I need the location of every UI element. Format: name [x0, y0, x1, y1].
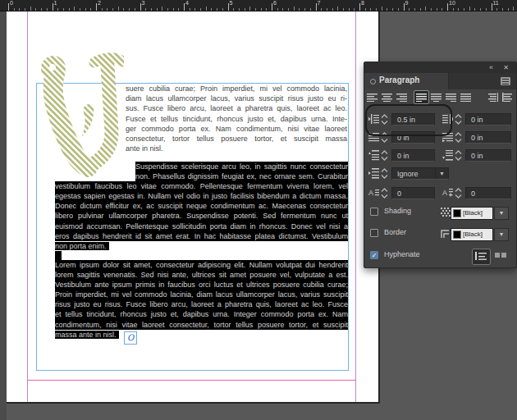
- panel-titlebar[interactable]: « ✕: [364, 62, 516, 73]
- spinner-arrows[interactable]: [455, 114, 462, 125]
- border-color-dropdown[interactable]: ▼: [494, 228, 509, 241]
- ruler-tick: [409, 8, 409, 11]
- ruler-tick: [145, 8, 146, 11]
- ruler-tick: [469, 7, 470, 11]
- tab-paragraph[interactable]: Paragraph: [364, 73, 449, 89]
- ruler-tick: [35, 8, 36, 11]
- horizontal-ruler[interactable]: 01234567891011: [0, 0, 517, 11]
- text-line: sus. Fusce libero arcu, laoreet a pharet…: [126, 103, 347, 113]
- shading-color-combo[interactable]: [Black]: [451, 207, 493, 220]
- paragraph-3[interactable]: Lorem ipsum dolor sit amet, consectetur …: [55, 260, 348, 340]
- chevron-down-icon[interactable]: ▼: [435, 168, 448, 179]
- ruler-tick: [288, 8, 289, 11]
- ruler-label: 7: [318, 0, 321, 7]
- ruler-tick: [30, 7, 31, 11]
- align-right-button[interactable]: [395, 91, 409, 103]
- justify-last-right-button[interactable]: [444, 91, 458, 103]
- justify-all-button[interactable]: [459, 91, 473, 103]
- ruler-tick: [513, 7, 514, 11]
- ruler-tick: [464, 8, 464, 11]
- svg-text:A: A: [368, 189, 373, 197]
- collapse-panel-icon[interactable]: «: [489, 62, 493, 73]
- ruler-tick: [123, 8, 124, 11]
- ruler-tick: [392, 8, 393, 11]
- left-margin-guide: [27, 11, 28, 402]
- border-icon: [440, 228, 451, 239]
- paragraph-1[interactable]: suere cubilia curae; Proin imperdiet, mi…: [126, 84, 347, 153]
- ruler-tick: [480, 8, 481, 11]
- justify-last-center-button[interactable]: [429, 91, 443, 103]
- dropcap-ornament-U[interactable]: [37, 49, 124, 177]
- ruler-tick: [140, 3, 141, 11]
- tab-dot-icon: [370, 79, 376, 84]
- panel-tabbar: Paragraph: [364, 73, 516, 89]
- shading-checkbox[interactable]: [370, 208, 378, 216]
- text-line: vestibulum faucibus leo vitae commodo. P…: [55, 181, 348, 191]
- panel-title: Paragraph: [379, 75, 419, 84]
- spinner-arrows[interactable]: [381, 150, 388, 161]
- paragraph-panel: « ✕ Paragraph 0.5 in0 in0 in0 in0 in0 in…: [364, 62, 517, 268]
- spinner-arrows[interactable]: [455, 132, 462, 143]
- ruler-label: 10: [449, 0, 455, 7]
- text-line: Suspendisse scelerisque arcu leo, in sag…: [135, 162, 348, 171]
- ruler-tick: [151, 8, 152, 11]
- spinner-arrows[interactable]: [455, 150, 462, 161]
- ruler-tick: [162, 7, 162, 11]
- text-line: Proin imperdiet, mi vel commodo lacinia,…: [55, 290, 348, 299]
- ruler-tick: [398, 8, 399, 11]
- ruler-tick: [255, 8, 256, 11]
- ruler-tick: [239, 8, 240, 11]
- ruler-tick: [41, 8, 42, 11]
- align-to-grid-button[interactable]: [492, 249, 510, 263]
- border-label: Border: [384, 228, 406, 236]
- ruler-tick: [453, 8, 454, 11]
- ruler-tick: [272, 3, 272, 11]
- ruler-tick: [14, 8, 15, 11]
- spinner-arrows[interactable]: [455, 188, 462, 199]
- drop-cap-lines-field-value: 0: [397, 189, 401, 198]
- paragraph-2-wrap[interactable]: Suspendisse scelerisque arcu leo, in sag…: [135, 162, 348, 181]
- spinner-arrows[interactable]: [381, 168, 388, 179]
- ruler-tick: [508, 8, 509, 11]
- ruler-label: 5: [230, 0, 233, 7]
- ruler-tick: [376, 8, 377, 11]
- ruler-tick: [96, 3, 97, 11]
- ruler-tick: [167, 8, 168, 11]
- panel-menu-icon[interactable]: [501, 77, 510, 85]
- shading-color-dropdown[interactable]: ▼: [494, 207, 509, 220]
- ruler-tick: [90, 8, 91, 11]
- space-between-same-style-dropdown[interactable]: Ignore▼: [391, 167, 449, 180]
- ruler-tick: [102, 8, 103, 11]
- right-indent-field[interactable]: 0 in: [465, 113, 511, 126]
- spinner-arrows[interactable]: [381, 188, 388, 199]
- space-before-field[interactable]: 0 in: [391, 149, 435, 162]
- ruler-tick: [53, 3, 53, 11]
- justify-last-left-button[interactable]: [414, 90, 429, 104]
- align-center-button[interactable]: [380, 91, 394, 103]
- hyphenate-label: Hyphenate: [384, 250, 420, 258]
- border-checkbox[interactable]: [370, 229, 378, 237]
- border-color-combo[interactable]: [Black]: [451, 228, 493, 241]
- drop-cap-characters-field-value: 0: [471, 189, 475, 198]
- close-panel-icon[interactable]: ✕: [503, 62, 509, 73]
- ruler-tick: [200, 8, 201, 11]
- shading-icon: [440, 207, 451, 217]
- last-line-right-indent-field[interactable]: 0 in: [465, 131, 511, 144]
- selection-sliver: [55, 251, 62, 260]
- align-away-from-spine-button[interactable]: [501, 91, 515, 103]
- ruler-tick: [245, 8, 245, 11]
- space-after-field[interactable]: 0 in: [465, 149, 511, 162]
- text-line: Donec dictum efficitur ex, ac suscipit n…: [55, 201, 348, 211]
- ruler-tick: [47, 8, 48, 11]
- ruler-tick: [85, 8, 86, 11]
- drop-cap-lines-field[interactable]: 0: [391, 187, 435, 199]
- align-toward-spine-button[interactable]: [486, 91, 500, 103]
- align-left-button[interactable]: [365, 91, 379, 103]
- ruler-label: 2: [98, 0, 101, 7]
- do-not-align-to-grid-button[interactable]: [472, 249, 491, 265]
- ruler-tick: [184, 3, 185, 11]
- ruler-tick: [222, 8, 223, 11]
- drop-cap-characters-field[interactable]: 0: [465, 187, 511, 199]
- paragraph-2-body[interactable]: vestibulum faucibus leo vitae commodo. P…: [55, 181, 348, 251]
- hyphenate-checkbox[interactable]: ✓: [370, 251, 378, 259]
